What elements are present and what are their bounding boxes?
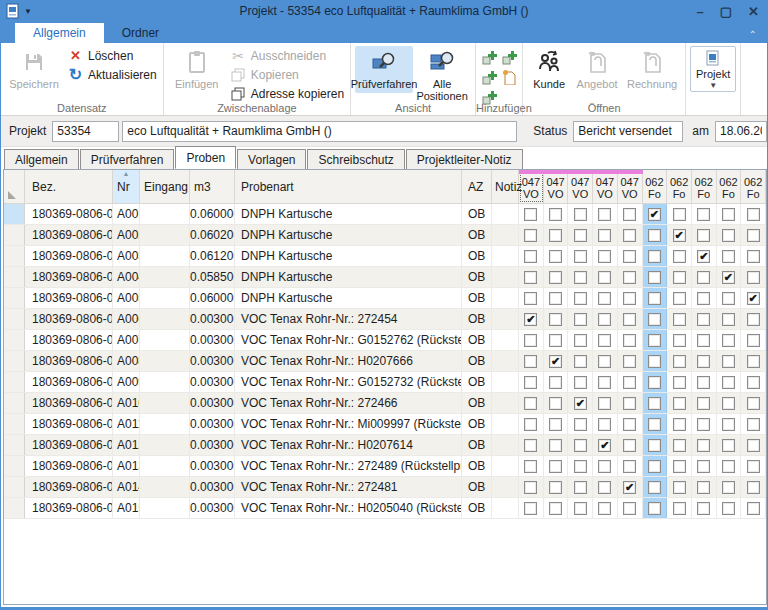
check-column-header[interactable]: 047VO — [519, 170, 544, 203]
checkbox[interactable] — [598, 460, 611, 473]
checkbox[interactable] — [524, 418, 537, 431]
checkbox[interactable] — [673, 250, 686, 263]
checkbox[interactable] — [648, 439, 661, 452]
cell-probenart[interactable]: VOC Tenax Rohr-Nr.: 272466 — [235, 393, 462, 413]
tab-projektleiter-notiz[interactable]: Projektleiter-Notiz — [406, 149, 523, 170]
row-selector[interactable] — [4, 477, 25, 497]
add-document-icon[interactable] — [500, 68, 517, 85]
checkbox[interactable]: ✔ — [747, 292, 760, 305]
checkbox[interactable] — [574, 481, 587, 494]
cell-nr[interactable]: A015 — [113, 498, 140, 518]
checkbox[interactable] — [648, 292, 661, 305]
cell-eingang[interactable] — [140, 246, 190, 266]
cell-eingang[interactable] — [140, 435, 190, 455]
open-rechnung-button[interactable]: Rechnung — [623, 46, 681, 93]
checkbox[interactable] — [697, 502, 710, 515]
checkbox[interactable] — [747, 397, 760, 410]
checkbox[interactable] — [722, 397, 735, 410]
cell-bez[interactable]: 180369-0806-014 — [25, 477, 113, 497]
cell-eingang[interactable] — [140, 225, 190, 245]
cell-notiz[interactable] — [492, 225, 519, 245]
checkbox[interactable] — [524, 502, 537, 515]
cell-m3[interactable]: 0.003000 — [190, 351, 235, 371]
save-button[interactable]: Speichern — [5, 46, 63, 93]
checkbox[interactable] — [673, 271, 686, 284]
cell-az[interactable]: OB — [462, 204, 492, 224]
copy-button[interactable]: Kopieren — [228, 65, 346, 84]
checkbox[interactable] — [623, 292, 636, 305]
checkbox[interactable] — [747, 418, 760, 431]
checkbox[interactable] — [524, 271, 537, 284]
cell-bez[interactable]: 180369-0806-011 — [25, 414, 113, 434]
checkbox[interactable] — [747, 208, 760, 221]
row-selector[interactable] — [4, 225, 25, 245]
check-column-header[interactable]: 047VO — [618, 170, 643, 203]
checkbox[interactable] — [673, 397, 686, 410]
checkbox[interactable] — [697, 460, 710, 473]
checkbox[interactable] — [673, 313, 686, 326]
cell-m3[interactable]: 0.003000 — [190, 435, 235, 455]
checkbox[interactable] — [673, 439, 686, 452]
checkbox[interactable] — [673, 481, 686, 494]
checkbox[interactable] — [623, 229, 636, 242]
checkbox[interactable] — [623, 271, 636, 284]
checkbox[interactable] — [722, 439, 735, 452]
checkbox[interactable] — [623, 502, 636, 515]
check-column-header[interactable]: 062Fo — [717, 170, 742, 203]
checkbox[interactable]: ✔ — [524, 313, 537, 326]
checkbox[interactable] — [673, 376, 686, 389]
checkbox[interactable] — [623, 418, 636, 431]
checkbox[interactable] — [722, 313, 735, 326]
checkbox[interactable] — [697, 229, 710, 242]
checkbox[interactable] — [549, 271, 562, 284]
checkbox[interactable]: ✔ — [722, 271, 735, 284]
checkbox[interactable] — [747, 313, 760, 326]
cell-bez[interactable]: 180369-0806-009 — [25, 372, 113, 392]
cell-notiz[interactable] — [492, 267, 519, 287]
checkbox[interactable] — [673, 460, 686, 473]
checkbox[interactable] — [549, 292, 562, 305]
checkbox[interactable] — [697, 481, 710, 494]
delete-button[interactable]: ✕ Löschen — [65, 46, 159, 65]
checkbox[interactable] — [722, 334, 735, 347]
cell-m3[interactable]: 0.060000 — [190, 288, 235, 308]
projekt-name-field[interactable] — [122, 121, 517, 142]
cell-az[interactable]: OB — [462, 330, 492, 350]
checkbox[interactable] — [549, 397, 562, 410]
check-column-header[interactable]: 062Fo — [667, 170, 692, 203]
cell-bez[interactable]: 180369-0806-010 — [25, 393, 113, 413]
checkbox[interactable] — [722, 208, 735, 221]
checkbox[interactable] — [722, 355, 735, 368]
checkbox[interactable] — [623, 397, 636, 410]
tab-allgemein[interactable]: Allgemein — [4, 149, 79, 170]
checkbox[interactable] — [673, 355, 686, 368]
cell-notiz[interactable] — [492, 498, 519, 518]
checkbox[interactable] — [673, 334, 686, 347]
cell-bez[interactable]: 180369-0806-001 — [25, 204, 113, 224]
checkbox[interactable] — [598, 355, 611, 368]
status-field[interactable] — [573, 121, 683, 142]
checkbox[interactable] — [673, 208, 686, 221]
cell-bez[interactable]: 180369-0806-015 — [25, 498, 113, 518]
cell-az[interactable]: OB — [462, 477, 492, 497]
checkbox[interactable] — [574, 460, 587, 473]
cell-m3[interactable]: 0.003000 — [190, 330, 235, 350]
cell-probenart[interactable]: VOC Tenax Rohr-Nr.: H0207666 — [235, 351, 462, 371]
check-column-header[interactable]: 047VO — [568, 170, 593, 203]
checkbox[interactable] — [574, 418, 587, 431]
refresh-button[interactable]: ↻ Aktualisieren — [65, 65, 159, 84]
checkbox[interactable] — [598, 313, 611, 326]
cell-az[interactable]: OB — [462, 393, 492, 413]
checkbox[interactable] — [648, 481, 661, 494]
row-selector[interactable] — [4, 414, 25, 434]
cell-bez[interactable]: 180369-0806-002 — [25, 225, 113, 245]
checkbox[interactable] — [623, 208, 636, 221]
checkbox[interactable] — [598, 250, 611, 263]
checkbox[interactable] — [648, 355, 661, 368]
cell-nr[interactable]: A008 — [113, 351, 140, 371]
cell-m3[interactable]: 0.003000 — [190, 372, 235, 392]
cell-eingang[interactable] — [140, 456, 190, 476]
checkbox[interactable] — [549, 313, 562, 326]
checkbox[interactable] — [673, 502, 686, 515]
checkbox[interactable] — [673, 418, 686, 431]
